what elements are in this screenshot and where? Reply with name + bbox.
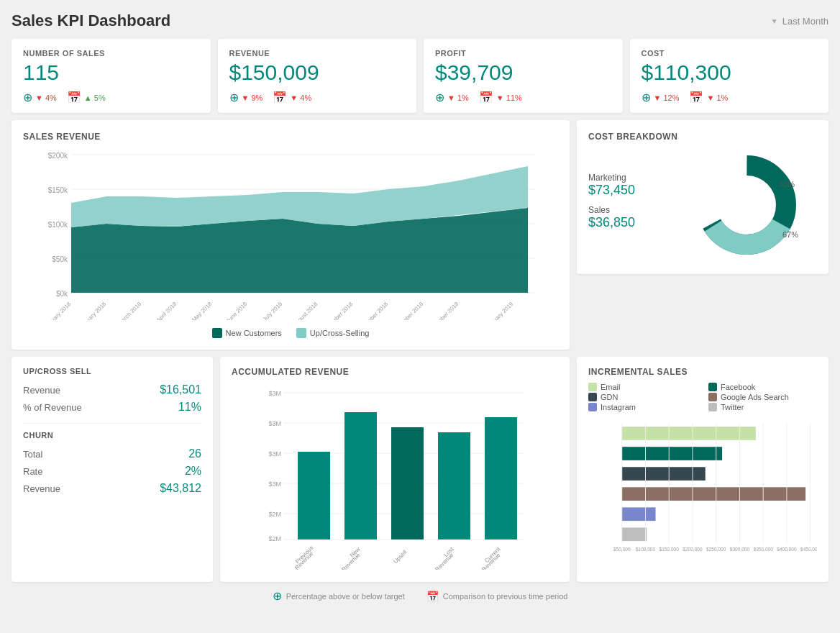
sales-label: Sales [588,205,682,215]
kpi-sales-metric1: ⊕ 4% [23,91,57,104]
svg-text:$200k: $200k [48,152,68,160]
header: Sales KPI Dashboard ▼ Last Month [12,12,828,30]
churn-rate-row: Rate 2% [23,463,201,480]
donut-section: Marketing $73,450 Sales $36,850 [588,147,817,263]
svg-text:$3M: $3M [268,390,281,397]
svg-text:$450,000: $450,000 [800,547,817,552]
incremental-legend: Email Facebook GDN Google Ads Search Ins… [588,383,817,411]
svg-text:February 2018: February 2018 [76,301,108,320]
footer-target-icon: ⊕ [273,589,282,603]
footer-calendar-icon: 📅 [426,591,439,602]
kpi-sales-metrics: ⊕ 4% 📅 5% [23,91,199,104]
kpi-profit-m2: 11% [496,94,522,102]
right-col: COST BREAKDOWN Marketing $73,450 Sales $… [577,120,828,350]
legend-label-instagram: Instagram [601,403,636,411]
legend-new-customers: New Customers [212,328,282,338]
kpi-sales-metric2: 📅 5% [67,91,106,104]
churn-title: CHURN [23,431,201,440]
footer-calendar-text: Comparison to previous time period [443,592,568,601]
svg-text:$150,000: $150,000 [659,547,680,552]
donut-legend: Marketing $73,450 Sales $36,850 [588,173,682,237]
svg-text:$150k: $150k [48,186,68,194]
svg-text:$3M: $3M [268,420,281,427]
kpi-sales-m1-value: 4% [35,94,57,102]
svg-text:$200,000: $200,000 [682,547,703,552]
filter-control[interactable]: ▼ Last Month [771,16,828,27]
donut-chart-svg: 33% 67% [689,147,804,263]
legend-label-facebook: Facebook [721,383,755,391]
kpi-revenue-title: REVENUE [229,49,406,58]
svg-text:January 2018: January 2018 [43,301,73,320]
svg-text:$0k: $0k [56,290,68,298]
svg-text:September 2018: September 2018 [319,301,355,320]
kpi-profit-metrics: ⊕ 1% 📅 11% [435,91,611,104]
sales-value: $36,850 [588,215,682,230]
kpi-cost-value: $110,300 [642,60,818,85]
svg-text:$3M: $3M [268,481,281,488]
legend-facebook: Facebook [708,383,817,391]
churn-revenue-value: $43,812 [160,482,201,495]
kpi-profit: PROFIT $39,709 ⊕ 1% 📅 11% [424,39,623,113]
legend-dot-google-ads [708,393,717,401]
upcross-revenue-row: Revenue $16,501 [23,381,201,399]
kpi-profit-m1: 1% [447,94,469,102]
svg-text:May 2018: May 2018 [191,301,214,320]
accumulated-revenue-card: ACCUMULATED REVENUE $3M $3M $3M $3M $2M … [220,357,570,582]
legend-label-gdn: GDN [601,393,618,401]
svg-text:April 2018: April 2018 [155,301,178,320]
footer: ⊕ Percentage above or below target 📅 Com… [12,589,828,603]
filter-icon: ▼ [771,17,778,25]
kpi-profit-value: $39,709 [435,60,611,85]
svg-text:$300,000: $300,000 [730,547,750,552]
accumulated-bar-svg: $3M $3M $3M $3M $2M $2M [232,383,558,570]
legend-color-upcross [296,328,306,338]
bar-lost-revenue [438,432,470,539]
kpi-cost-metric2: 📅 1% [689,91,728,104]
svg-text:$50,000: $50,000 [613,547,631,552]
footer-target-text: Percentage above or below target [286,592,405,601]
kpi-revenue-m2: 4% [290,94,311,102]
kpi-sales-title: NUMBER OF SALES [23,49,199,58]
bar-current-revenue [485,417,517,539]
bottom-row: UP/CROSS SELL Revenue $16,501 % of Reven… [12,357,828,582]
svg-text:December 2018: December 2018 [426,301,460,320]
target-icon-2: ⊕ [229,91,239,104]
dashboard: Sales KPI Dashboard ▼ Last Month NUMBER … [12,12,828,603]
cost-breakdown-title: COST BREAKDOWN [588,132,817,142]
kpi-sales-count: NUMBER OF SALES 115 ⊕ 4% 📅 5% [12,39,211,113]
svg-text:November 2018: November 2018 [391,301,425,320]
svg-text:October 2018: October 2018 [360,301,390,320]
area-chart-legend: New Customers Up/Cross-Selling [23,328,558,338]
hbar-twitter [622,527,647,541]
sales-legend: Sales $36,850 [588,205,682,230]
target-icon: ⊕ [23,91,32,104]
churn-total-value: 26 [188,447,201,460]
svg-text:July 2018: July 2018 [262,301,284,320]
calendar-icon-3: 📅 [479,91,493,104]
area-chart: $200k $150k $100k $50k $0k [23,147,558,322]
legend-instagram: Instagram [588,403,697,411]
kpi-profit-title: PROFIT [435,49,611,58]
svg-text:$100k: $100k [48,221,68,229]
legend-label-upcross: Up/Cross-Selling [310,329,370,337]
churn-total-row: Total 26 [23,445,201,463]
filter-label: Last Month [782,16,828,27]
legend-google-ads: Google Ads Search [708,393,817,401]
legend-twitter: Twitter [708,403,817,411]
incremental-sales-card: INCREMENTAL SALES Email Facebook GDN Go [577,357,828,582]
accumulated-revenue-title: ACCUMULATED REVENUE [232,367,558,377]
kpi-revenue-value: $150,009 [229,60,406,85]
svg-text:August 2018: August 2018 [291,301,319,320]
marketing-label: Marketing [588,173,682,183]
svg-text:$3M: $3M [268,450,281,457]
target-icon-3: ⊕ [435,91,444,104]
kpi-sales-m2-value: 5% [84,94,106,102]
churn-rate-label: Rate [23,466,42,477]
sales-revenue-card: SALES REVENUE $200k $150k $100k $50k $0k [12,120,570,350]
svg-text:$50k: $50k [52,255,68,263]
kpi-revenue-metric1: ⊕ 9% [229,91,263,104]
upcross-pct-value: 11% [178,401,201,414]
legend-label-google-ads: Google Ads Search [721,393,789,401]
upcross-revenue-label: Revenue [23,385,60,396]
upcross-pct-row: % of Revenue 11% [23,399,201,416]
